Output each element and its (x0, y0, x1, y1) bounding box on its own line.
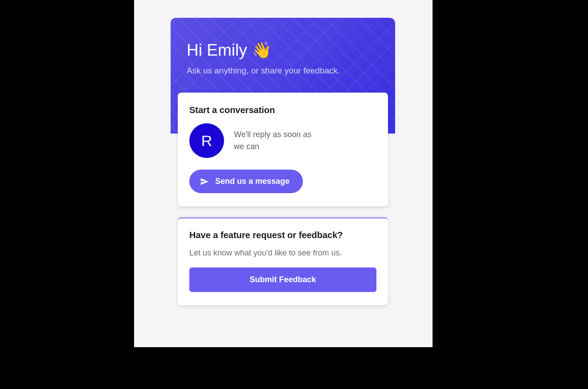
avatar-letter: R (201, 132, 212, 150)
agent-avatar: R (189, 123, 224, 158)
header-subtitle: Ask us anything, or share your feedback. (187, 66, 379, 76)
reply-time-text: We'll reply as soon as we can (234, 129, 323, 153)
cards-container: Start a conversation R We'll reply as so… (171, 93, 395, 305)
conversation-row: R We'll reply as soon as we can (189, 123, 376, 158)
start-conversation-card: Start a conversation R We'll reply as so… (178, 93, 388, 207)
send-icon (200, 177, 209, 186)
widget-canvas: Hi Emily 👋 Ask us anything, or share you… (134, 0, 433, 347)
send-message-label: Send us a message (215, 177, 290, 186)
wave-icon: 👋 (252, 42, 272, 58)
feedback-card-subtitle: Let us know what you'd like to see from … (189, 248, 376, 258)
greeting: Hi Emily 👋 (187, 41, 379, 60)
feedback-card-title: Have a feature request or feedback? (189, 230, 376, 240)
greeting-text: Hi Emily (187, 41, 247, 60)
submit-feedback-button[interactable]: Submit Feedback (189, 267, 376, 292)
send-message-button[interactable]: Send us a message (189, 170, 303, 193)
conversation-card-title: Start a conversation (189, 105, 376, 115)
feedback-card: Have a feature request or feedback? Let … (178, 217, 388, 305)
submit-feedback-label: Submit Feedback (249, 275, 316, 284)
messenger-widget: Hi Emily 👋 Ask us anything, or share you… (171, 18, 395, 316)
